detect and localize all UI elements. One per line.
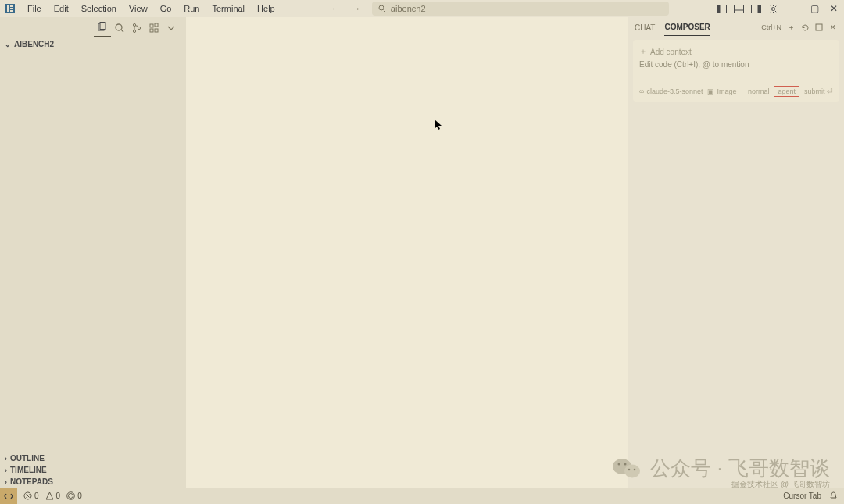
chevron-right-icon: ›	[5, 466, 7, 474]
svg-rect-10	[735, 10, 744, 13]
status-bar: 0 0 0 Cursor Tab	[0, 488, 844, 504]
svg-point-5	[379, 5, 384, 10]
app-logo-icon	[3, 2, 17, 16]
svg-point-20	[138, 27, 140, 29]
svg-rect-12	[758, 5, 761, 13]
panel-left-icon[interactable]	[717, 3, 728, 14]
error-icon	[23, 491, 32, 500]
svg-line-6	[383, 10, 385, 13]
panel-right-icon[interactable]	[751, 3, 762, 14]
svg-rect-4	[10, 10, 13, 12]
window-close-icon[interactable]: ✕	[830, 3, 838, 14]
extensions-tab-icon[interactable]	[145, 20, 163, 37]
explorer-tab-icon[interactable]	[94, 20, 111, 37]
expand-icon[interactable]	[814, 23, 824, 32]
composer-tab[interactable]: COMPOSER	[664, 19, 710, 36]
warning-icon	[45, 491, 54, 500]
timeline-section[interactable]: ›TIMELINE	[0, 464, 186, 476]
settings-gear-icon[interactable]	[768, 3, 779, 14]
mouse-cursor-icon	[435, 120, 442, 130]
right-panel: CHAT COMPOSER Ctrl+N ＋ ✕ ＋ Add context E…	[628, 17, 844, 488]
svg-rect-24	[155, 23, 158, 27]
svg-rect-1	[7, 5, 9, 12]
composer-input-box[interactable]: ＋ Add context Edit code (Ctrl+I), @ to m…	[633, 40, 839, 102]
menu-selection[interactable]: Selection	[76, 2, 122, 16]
editor-area[interactable]	[186, 17, 628, 488]
add-context-button[interactable]: ＋ Add context	[639, 46, 833, 57]
command-center[interactable]: aibench2	[372, 2, 669, 16]
shortcut-hint: Ctrl+N	[761, 23, 781, 31]
notepads-label: NOTEPADS	[10, 477, 53, 486]
search-tab-icon[interactable]	[111, 20, 128, 37]
svg-rect-22	[150, 29, 153, 32]
window-minimize-icon[interactable]: —	[790, 3, 799, 14]
main-menu: File Edit Selection View Go Run Terminal…	[22, 2, 281, 16]
submit-button[interactable]: submit ⏎	[804, 88, 833, 95]
menu-go[interactable]: Go	[155, 2, 177, 16]
svg-rect-2	[10, 5, 13, 7]
port-icon	[66, 491, 75, 500]
nav-forward-icon[interactable]: →	[349, 2, 364, 16]
nav-back-icon[interactable]: ←	[328, 2, 344, 16]
add-context-label: Add context	[650, 48, 692, 56]
svg-rect-25	[816, 24, 822, 30]
cursor-tab-status[interactable]: Cursor Tab	[783, 491, 821, 500]
remote-indicator[interactable]	[0, 488, 17, 504]
svg-point-19	[133, 30, 135, 32]
outline-label: OUTLINE	[10, 454, 45, 463]
port-count: 0	[77, 491, 82, 500]
svg-point-18	[133, 23, 135, 26]
warning-count: 0	[56, 491, 61, 500]
window-maximize-icon[interactable]: ▢	[810, 3, 819, 14]
explorer-folder-header[interactable]: ⌄ AIBENCH2	[0, 38, 186, 50]
search-text: aibench2	[391, 4, 426, 13]
svg-rect-21	[150, 24, 153, 27]
sidebar: ⌄ AIBENCH2 ›OUTLINE ›TIMELINE ›NOTEPADS	[0, 17, 186, 488]
chevron-icon: ∞	[639, 88, 644, 95]
more-tabs-icon[interactable]	[163, 20, 180, 37]
menu-view[interactable]: View	[123, 2, 153, 16]
svg-rect-8	[717, 5, 721, 13]
mode-agent[interactable]: agent	[774, 86, 799, 97]
svg-rect-9	[735, 5, 744, 13]
panel-bottom-icon[interactable]	[734, 3, 745, 14]
svg-rect-3	[10, 8, 13, 9]
chevron-right-icon: ›	[5, 478, 7, 486]
composer-placeholder: Edit code (Ctrl+I), @ to mention	[639, 60, 833, 69]
timeline-label: TIMELINE	[10, 466, 47, 474]
file-tree[interactable]	[0, 50, 186, 452]
menu-edit[interactable]: Edit	[48, 2, 74, 16]
svg-rect-15	[100, 23, 106, 30]
outline-section[interactable]: ›OUTLINE	[0, 452, 186, 464]
source-control-tab-icon[interactable]	[128, 20, 145, 37]
folder-name: AIBENCH2	[14, 40, 54, 48]
notifications-icon[interactable]	[829, 491, 838, 500]
attach-image-button[interactable]: ▣ Image	[707, 88, 736, 95]
notepads-section[interactable]: ›NOTEPADS	[0, 476, 186, 488]
svg-point-33	[69, 494, 73, 499]
search-icon	[378, 5, 386, 13]
svg-rect-23	[155, 29, 158, 32]
svg-point-16	[116, 24, 122, 30]
close-panel-icon[interactable]: ✕	[828, 23, 838, 32]
chat-tab[interactable]: CHAT	[635, 20, 655, 36]
menu-terminal[interactable]: Terminal	[207, 2, 251, 16]
status-warnings[interactable]: 0	[45, 491, 61, 500]
model-name: claude-3.5-sonnet	[646, 88, 703, 95]
new-chat-icon[interactable]: ＋	[786, 23, 796, 32]
history-icon[interactable]	[800, 23, 810, 32]
menu-help[interactable]: Help	[252, 2, 281, 16]
image-label: Image	[717, 88, 736, 95]
chevron-down-icon: ⌄	[5, 41, 11, 48]
svg-point-13	[772, 7, 775, 10]
image-icon: ▣	[707, 88, 714, 95]
svg-line-17	[121, 30, 123, 32]
model-selector[interactable]: ∞ claude-3.5-sonnet	[639, 88, 703, 95]
mode-normal[interactable]: normal	[748, 88, 770, 95]
plus-icon: ＋	[639, 46, 647, 57]
status-errors[interactable]: 0	[23, 491, 39, 500]
status-ports[interactable]: 0	[66, 491, 82, 500]
menu-file[interactable]: File	[22, 2, 47, 16]
chevron-right-icon: ›	[5, 455, 7, 463]
menu-run[interactable]: Run	[178, 2, 205, 16]
